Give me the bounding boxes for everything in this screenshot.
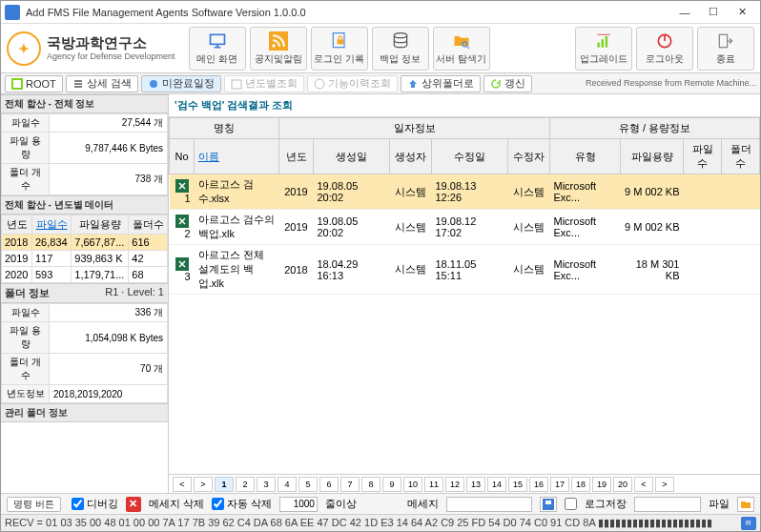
page-button[interactable]: < xyxy=(634,477,653,492)
status-r-badge: R xyxy=(741,517,756,530)
table-row[interactable]: 3아르고스 전체 설계도의 백업.xlk201818.04.29 16:13시스… xyxy=(170,245,760,295)
detail-search-button[interactable]: 상세 검색 xyxy=(66,75,138,92)
yearly-button: 년도별조회 xyxy=(224,75,304,92)
logout-button[interactable]: 로그아웃 xyxy=(636,27,693,71)
delete-msg-button[interactable]: ✕ xyxy=(126,497,141,512)
page-button[interactable]: 15 xyxy=(508,477,527,492)
database-icon xyxy=(389,31,412,51)
table-row[interactable]: 1아르고스 검수.xlsx201919.08.05 20:02시스템19.08.… xyxy=(170,174,760,210)
page-button[interactable]: 18 xyxy=(571,477,590,492)
page-button[interactable]: 3 xyxy=(257,477,276,492)
page-button[interactable]: 2 xyxy=(236,477,255,492)
col-name[interactable]: 이름 xyxy=(195,139,279,174)
root-button[interactable]: ROOT xyxy=(5,75,63,92)
logo-korean: 국방과학연구소 xyxy=(47,34,175,51)
upgrade-button[interactable]: 업그레이드 xyxy=(575,27,632,71)
year-row[interactable]: 2019117939,863 K42 xyxy=(2,251,168,267)
svg-rect-9 xyxy=(606,36,608,48)
recv-hex: RECV = 01 03 35 00 48 01 00 00 7A 17 7B … xyxy=(5,517,712,529)
status-bar: RECV = 01 03 35 00 48 01 00 00 7A 17 7B … xyxy=(1,514,760,531)
svg-rect-11 xyxy=(719,34,727,47)
maximize-button[interactable]: ☐ xyxy=(699,3,728,22)
page-button[interactable]: 9 xyxy=(382,477,401,492)
page-button[interactable]: 19 xyxy=(592,477,611,492)
auto-del-checkbox[interactable] xyxy=(212,498,224,510)
refresh-button[interactable]: 갱신 xyxy=(483,75,532,92)
log-save-checkbox[interactable] xyxy=(565,498,577,510)
page-button[interactable]: 6 xyxy=(319,477,339,492)
pager: <>1234567891011121314151617181920<> xyxy=(169,474,760,493)
lines-input[interactable] xyxy=(279,497,318,512)
table-row[interactable]: 2아르고스 검수의 백업.xlk201919.08.05 20:02시스템19.… xyxy=(170,210,760,245)
to-upper-button[interactable]: 상위폴더로 xyxy=(401,75,481,92)
page-button[interactable]: 13 xyxy=(466,477,485,492)
page-button[interactable]: > xyxy=(655,477,674,492)
window-title: Add FMS File Management Agents Software … xyxy=(26,7,670,18)
col-type[interactable]: 유형 xyxy=(550,139,621,174)
svg-point-2 xyxy=(272,44,275,47)
page-button[interactable]: 5 xyxy=(298,477,318,492)
debug-checkbox[interactable] xyxy=(72,498,84,510)
list-icon xyxy=(72,78,84,90)
svg-rect-4 xyxy=(337,39,343,44)
col-modifier[interactable]: 수정자 xyxy=(508,139,550,174)
managed-folder-header: 관리 폴더 정보 xyxy=(1,403,168,422)
page-button[interactable]: 16 xyxy=(529,477,548,492)
sub-toolbar: ROOT 상세 검색 미완료일정 년도별조회 기능이력조회 상위폴더로 갱신 R… xyxy=(1,73,760,94)
col-creator[interactable]: 생성자 xyxy=(390,139,432,174)
exit-button[interactable]: 종료 xyxy=(697,27,754,71)
year-row[interactable]: 20205931,179,71...68 xyxy=(2,267,168,283)
page-button[interactable]: 1 xyxy=(215,477,234,492)
login-log-button[interactable]: 로그인 기록 xyxy=(311,27,368,71)
bottom-bar: 명령 버튼 디버깅 ✕ 메세지 삭제 자동 삭제 줄이상 메세지 로그저장 파일 xyxy=(1,493,760,514)
svg-rect-7 xyxy=(597,42,600,47)
page-button[interactable]: < xyxy=(173,477,192,492)
sort-filecount[interactable]: 파일수 xyxy=(32,215,72,235)
folder-info-table: 파일수336 개 파일 용량1,054,098 K Bytes 폴더 개수70 … xyxy=(1,303,168,403)
page-button[interactable]: 7 xyxy=(340,477,360,492)
col-year[interactable]: 년도 xyxy=(279,139,314,174)
page-button[interactable]: 12 xyxy=(445,477,464,492)
page-button[interactable]: 8 xyxy=(361,477,380,492)
page-button[interactable]: 20 xyxy=(613,477,632,492)
page-button[interactable]: 17 xyxy=(550,477,569,492)
svg-rect-0 xyxy=(210,34,224,44)
backup-info-button[interactable]: 백업 정보 xyxy=(372,27,429,71)
log-path-input[interactable] xyxy=(634,497,701,512)
clock-icon xyxy=(314,78,325,90)
year-row[interactable]: 201826,8347,667,87...616 xyxy=(2,235,168,251)
message-input[interactable] xyxy=(446,497,532,512)
page-button[interactable]: 10 xyxy=(403,477,422,492)
result-grid: 명칭 일자정보 유형 / 용량정보 No 이름 년도 생성일 생성자 수정일 수… xyxy=(169,117,760,474)
lock-file-icon xyxy=(328,31,351,51)
history-button: 기능이력조회 xyxy=(307,75,398,92)
page-button[interactable]: > xyxy=(194,477,213,492)
svg-rect-15 xyxy=(232,80,241,89)
main-screen-button[interactable]: 메인 화면 xyxy=(189,27,246,71)
save-icon-button[interactable] xyxy=(540,497,557,512)
notice-button[interactable]: 공지및알림 xyxy=(250,27,307,71)
col-created[interactable]: 생성일 xyxy=(314,139,390,174)
recv-message: Received Response from Remote Machine... xyxy=(586,79,756,89)
main-toolbar: ✦ 국방과학연구소 Agency for Defense Development… xyxy=(1,24,760,73)
page-button[interactable]: 4 xyxy=(278,477,297,492)
svg-rect-8 xyxy=(602,39,605,47)
col-size[interactable]: 파일용량 xyxy=(621,139,684,174)
file-browse-button[interactable] xyxy=(737,497,754,512)
titlebar: Add FMS File Management Agents Software … xyxy=(1,1,760,24)
col-modified[interactable]: 수정일 xyxy=(432,139,508,174)
incomplete-button[interactable]: 미완료일정 xyxy=(141,75,221,92)
command-button[interactable]: 명령 버튼 xyxy=(7,497,61,512)
col-filecnt[interactable]: 파일수 xyxy=(684,139,722,174)
minimize-button[interactable]: — xyxy=(670,3,699,22)
server-explore-button[interactable]: 서버 탐색기 xyxy=(433,27,490,71)
right-panel: '검수 백업' 검색결과 조회 명칭 일자정보 유형 / 용량정보 No 이름 … xyxy=(169,94,760,493)
close-button[interactable]: ✕ xyxy=(728,3,756,22)
page-button[interactable]: 11 xyxy=(424,477,443,492)
refresh-icon xyxy=(490,78,502,90)
svg-point-16 xyxy=(315,79,324,89)
col-foldercnt[interactable]: 폴더수 xyxy=(722,139,760,174)
up-arrow-icon xyxy=(407,78,419,90)
page-button[interactable]: 14 xyxy=(487,477,506,492)
col-no[interactable]: No xyxy=(170,139,195,174)
